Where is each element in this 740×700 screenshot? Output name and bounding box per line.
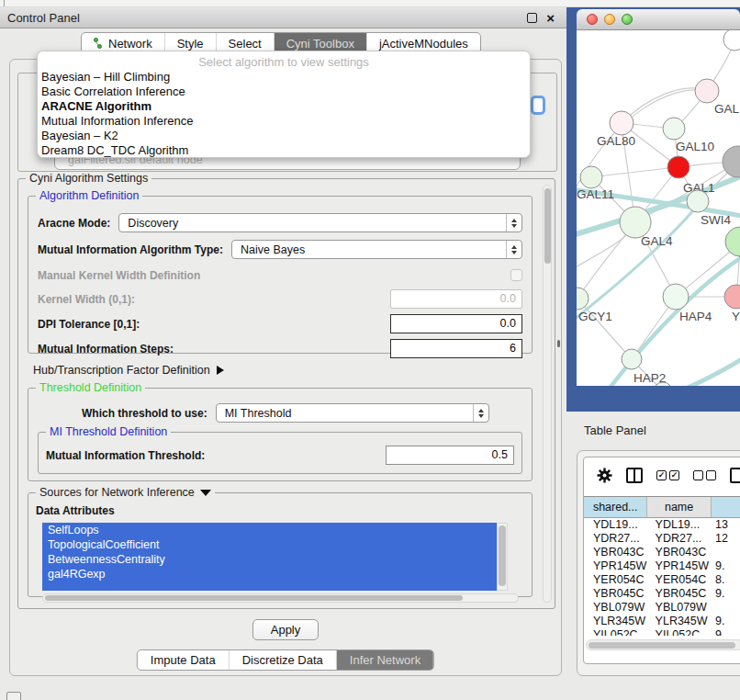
unchecked-pair-icon[interactable]	[693, 470, 716, 480]
table-cell[interactable]: YER054C	[584, 573, 648, 587]
network-node-swi4[interactable]	[687, 190, 709, 212]
zoom-traffic-light-icon[interactable]	[622, 14, 633, 25]
table-column-header[interactable]	[712, 497, 740, 517]
table-row[interactable]: YER054CYER054C8.	[584, 573, 740, 587]
algorithm-dropdown[interactable]: Select algorithm to view settings Bayesi…	[37, 51, 531, 158]
table-cell[interactable]: YDL19...	[584, 518, 648, 532]
table-cell[interactable]: YBR043C	[584, 546, 648, 559]
split-columns-icon[interactable]	[626, 468, 643, 483]
table-cell[interactable]: YBR045C	[584, 587, 648, 601]
table-cell[interactable]: YDL19...	[648, 518, 712, 532]
stepper-arrows-icon[interactable]	[506, 241, 521, 258]
network-node-gal10[interactable]	[663, 118, 685, 140]
gear-icon[interactable]	[597, 468, 612, 483]
table-column-header[interactable]: name	[647, 497, 711, 517]
checked-pair-icon[interactable]: ✓✓	[656, 470, 679, 480]
network-node-gal11[interactable]	[580, 166, 602, 188]
table-cell[interactable]: YBL079W	[648, 601, 712, 615]
table-row[interactable]: YLR345WYLR345W9.	[584, 615, 740, 628]
hub-definition-expander[interactable]: Hub/Transcription Factor Definition	[33, 362, 533, 378]
panel-splitter-handle[interactable]	[557, 340, 560, 347]
mi-steps-field[interactable]: 6	[390, 339, 522, 358]
attributes-hscrollbar-thumb[interactable]	[45, 595, 463, 601]
table-row[interactable]: YBR045CYBR045C9.	[584, 587, 740, 601]
table-row[interactable]: YDR27...YDR27...12	[584, 532, 740, 546]
stepper-arrows-icon[interactable]	[473, 404, 488, 422]
network-node-gal1[interactable]	[667, 156, 690, 178]
dropdown-option[interactable]: Mutual Information Inference	[38, 114, 530, 129]
attribute-item-partial[interactable]	[42, 581, 497, 591]
table-cell[interactable]: 9.	[712, 615, 740, 628]
dropdown-option[interactable]: Bayesian – K2	[38, 129, 530, 143]
table-cell[interactable]: YER054C	[648, 573, 712, 587]
attribute-item[interactable]: BetweennessCentrality	[42, 552, 497, 567]
table-row[interactable]: YBL079WYBL079W	[584, 601, 740, 615]
table-cell[interactable]: YBR043C	[648, 546, 712, 559]
table-hscrollbar[interactable]	[586, 639, 740, 650]
dropdown-option[interactable]: Dream8 DC_TDC Algorithm	[38, 143, 530, 158]
table-cell[interactable]: YLR345W	[584, 615, 648, 628]
network-canvas[interactable]: GALGAL80GAL10GAL1GAL11SWI4GAL4GCY1HAP4YH…	[577, 30, 740, 386]
network-node-hap2[interactable]	[622, 349, 642, 369]
attributes-vscrollbar[interactable]	[497, 523, 508, 591]
table-cell[interactable]: 9.	[712, 559, 740, 573]
kernel-width-field[interactable]: 0.0	[390, 289, 522, 309]
dpi-tolerance-field[interactable]: 0.0	[390, 314, 522, 333]
table-cell[interactable]: YPR145W	[584, 559, 648, 573]
network-node[interactable]	[725, 227, 740, 256]
network-node-gal80[interactable]	[610, 111, 633, 135]
table-hscrollbar-thumb[interactable]	[589, 642, 735, 649]
aracne-mode-combobox[interactable]: Discovery	[118, 213, 522, 232]
table-row[interactable]: YPR145WYPR145W9.	[584, 559, 740, 573]
bottom-tab-discretize-data[interactable]: Discretize Data	[230, 650, 337, 670]
which-threshold-combobox[interactable]: MI Threshold	[216, 403, 489, 423]
attributes-vscrollbar-thumb[interactable]	[499, 525, 506, 586]
table-cell[interactable]: 9	[712, 628, 740, 636]
network-node-y[interactable]	[724, 285, 740, 309]
attribute-item[interactable]: gal4RGexp	[42, 567, 497, 581]
settings-scrollbar[interactable]	[543, 185, 552, 603]
table-row[interactable]: YBR043CYBR043C	[584, 546, 740, 559]
network-node[interactable]	[723, 146, 740, 177]
table-cell[interactable]: YIL052C	[648, 628, 712, 636]
network-node-gcy1[interactable]	[577, 288, 589, 310]
stepper-arrows-icon[interactable]	[506, 214, 521, 231]
settings-scrollbar-thumb[interactable]	[544, 188, 551, 264]
attribute-item[interactable]: TopologicalCoefficient	[42, 537, 497, 552]
data-attributes-list[interactable]: SelfLoopsTopologicalCoefficientBetweenne…	[42, 523, 497, 591]
table-cell[interactable]: YDR27...	[584, 532, 648, 546]
minimized-panel-icon[interactable]	[6, 692, 21, 700]
dropdown-option[interactable]: Bayesian – Hill Climbing	[38, 70, 530, 85]
apply-button[interactable]: Apply	[252, 619, 319, 640]
network-node-gal4[interactable]	[620, 207, 651, 238]
table-row[interactable]: YIL052CYIL052C9	[584, 628, 740, 636]
table-cell[interactable]: YLR345W	[648, 615, 712, 628]
table-cell[interactable]: YDR27...	[648, 532, 712, 546]
document-icon[interactable]	[730, 468, 740, 483]
dropdown-option[interactable]: Basic Correlation Inference	[38, 85, 530, 99]
algorithm-combobox-focus-ring[interactable]	[531, 96, 545, 115]
bottom-tab-impute-data[interactable]: Impute Data	[138, 650, 230, 670]
table-cell[interactable]: YIL052C	[584, 628, 648, 636]
collapse-down-icon[interactable]	[200, 490, 211, 496]
table-cell[interactable]: YBR045C	[648, 587, 712, 601]
manual-kernel-checkbox[interactable]	[510, 269, 522, 281]
network-node-gal[interactable]	[695, 79, 719, 103]
minimize-traffic-light-icon[interactable]	[604, 14, 615, 25]
network-node[interactable]	[723, 30, 740, 51]
table-cell[interactable]: YPR145W	[648, 559, 712, 573]
table-cell[interactable]: 12	[712, 532, 740, 546]
table-column-header[interactable]: shared...	[584, 497, 647, 517]
attributes-hscrollbar[interactable]	[42, 593, 519, 603]
table-cell[interactable]: 9.	[712, 587, 740, 601]
close-traffic-light-icon[interactable]	[587, 14, 598, 25]
network-window-titlebar[interactable]	[577, 9, 740, 30]
mi-threshold-field[interactable]: 0.5	[386, 446, 514, 465]
bottom-tab-infer-network[interactable]: Infer Network	[337, 650, 433, 670]
attribute-item[interactable]: SelfLoops	[42, 523, 497, 537]
table-cell[interactable]	[712, 546, 740, 559]
float-window-icon[interactable]	[527, 13, 537, 23]
mi-type-combobox[interactable]: Naive Bayes	[231, 240, 522, 259]
dropdown-option[interactable]: ARACNE Algorithm	[38, 99, 530, 114]
network-node-hap4[interactable]	[663, 284, 689, 310]
